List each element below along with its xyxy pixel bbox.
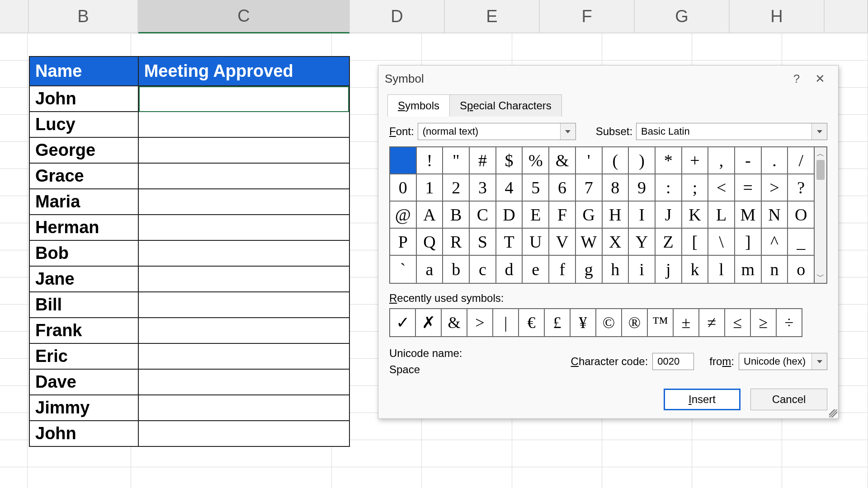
symbol-cell[interactable]: j	[656, 256, 682, 283]
col-header-e[interactable]: E	[445, 0, 540, 33]
symbol-cell[interactable]: "	[443, 147, 470, 174]
cell-name[interactable]: Maria	[30, 189, 139, 215]
cell-name[interactable]: Dave	[30, 370, 139, 395]
symbol-cell[interactable]: U	[523, 229, 549, 256]
symbol-cell[interactable]: G	[576, 202, 603, 229]
col-header-d[interactable]: D	[350, 0, 445, 33]
symbol-cell[interactable]: F	[549, 202, 576, 229]
symbol-cell[interactable]: #	[470, 147, 496, 174]
symbol-cell[interactable]: ;	[682, 174, 709, 202]
symbol-cell[interactable]: V	[549, 229, 576, 256]
font-select[interactable]: (normal text)	[418, 123, 576, 140]
cell-name[interactable]: Herman	[30, 215, 139, 241]
symbol-cell[interactable]: \	[708, 229, 735, 256]
symbol-cell[interactable]: D	[496, 202, 523, 229]
cell-approved[interactable]	[139, 421, 349, 447]
cell-name[interactable]: Eric	[30, 344, 139, 370]
table-row[interactable]: Maria	[30, 189, 349, 215]
cell-name[interactable]: George	[30, 138, 139, 164]
cell-approved[interactable]	[139, 189, 349, 215]
symbol-cell[interactable]: R	[443, 229, 470, 256]
symbol-cell[interactable]: 0	[390, 174, 417, 202]
table-row[interactable]: Jane	[30, 267, 349, 292]
symbol-cell[interactable]: 5	[523, 174, 549, 202]
symbol-cell[interactable]: 6	[549, 174, 576, 202]
symbol-cell[interactable]: Z	[656, 229, 682, 256]
symbol-cell[interactable]: 2	[443, 174, 470, 202]
close-button[interactable]: ✕	[808, 70, 832, 88]
cell-name[interactable]: John	[30, 421, 139, 447]
recent-symbol-cell[interactable]: &	[442, 309, 467, 336]
symbol-cell[interactable]: @	[390, 202, 417, 229]
symbol-cell[interactable]: k	[682, 256, 709, 283]
cell-approved[interactable]	[139, 395, 349, 421]
table-row[interactable]: Lucy	[30, 112, 349, 138]
symbol-cell[interactable]: ]	[735, 229, 762, 256]
recent-symbol-cell[interactable]: ≠	[699, 309, 725, 336]
symbol-cell[interactable]: T	[496, 229, 523, 256]
symbol-cell[interactable]: C	[470, 202, 496, 229]
symbol-cell[interactable]: I	[629, 202, 656, 229]
recent-symbol-cell[interactable]: |	[493, 309, 519, 336]
scroll-track[interactable]	[815, 180, 826, 270]
symbol-cell[interactable]: *	[656, 147, 682, 174]
symbol-cell[interactable]: 9	[629, 174, 656, 202]
symbol-cell[interactable]: 4	[496, 174, 523, 202]
recent-symbol-cell[interactable]: >	[467, 309, 493, 336]
recent-symbol-cell[interactable]: ✗	[416, 309, 442, 336]
scroll-up-icon[interactable]: ︿	[815, 147, 826, 160]
symbol-cell[interactable]: b	[443, 256, 470, 283]
table-row[interactable]: Grace	[30, 164, 349, 189]
col-header-c[interactable]: C	[138, 0, 350, 33]
symbol-cell[interactable]: (	[603, 147, 629, 174]
cell-approved[interactable]	[139, 164, 349, 189]
scroll-thumb[interactable]	[816, 160, 825, 180]
symbol-cell[interactable]: J	[656, 202, 682, 229]
chevron-down-icon[interactable]	[811, 123, 827, 140]
symbol-cell[interactable]: !	[417, 147, 443, 174]
recent-symbol-cell[interactable]: ✓	[390, 309, 416, 336]
symbol-cell[interactable]: %	[523, 147, 549, 174]
symbol-cell[interactable]: n	[762, 256, 788, 283]
symbol-cell[interactable]: )	[629, 147, 656, 174]
symbol-cell[interactable]: P	[390, 229, 417, 256]
cell-approved[interactable]	[139, 215, 349, 241]
symbol-cell[interactable]: B	[443, 202, 470, 229]
cell-name[interactable]: Frank	[30, 318, 139, 344]
cell-name[interactable]: Jimmy	[30, 395, 139, 421]
symbol-cell[interactable]: :	[656, 174, 682, 202]
symbol-cell[interactable]: e	[523, 256, 549, 283]
table-row[interactable]: Bill	[30, 292, 349, 318]
cell-approved[interactable]	[139, 86, 349, 112]
symbol-cell[interactable]: d	[496, 256, 523, 283]
symbol-cell[interactable]: &	[549, 147, 576, 174]
symbol-cell[interactable]: i	[629, 256, 656, 283]
table-row[interactable]: Dave	[30, 370, 349, 395]
symbol-cell[interactable]: Y	[629, 229, 656, 256]
symbol-cell[interactable]: <	[708, 174, 735, 202]
recent-symbol-cell[interactable]: €	[519, 309, 545, 336]
recent-symbol-cell[interactable]: ±	[674, 309, 699, 336]
symbol-cell[interactable]: ,	[708, 147, 735, 174]
col-header-h[interactable]: H	[730, 0, 825, 33]
cell-approved[interactable]	[139, 267, 349, 292]
symbol-cell[interactable]: g	[576, 256, 603, 283]
recent-symbol-cell[interactable]: ≤	[725, 309, 751, 336]
symbol-cell[interactable]: A	[417, 202, 443, 229]
cell-approved[interactable]	[139, 138, 349, 164]
cell-name[interactable]: Bill	[30, 292, 139, 318]
col-header-f[interactable]: F	[540, 0, 635, 33]
symbol-cell[interactable]: o	[788, 256, 815, 283]
cell-name[interactable]: Jane	[30, 267, 139, 292]
table-row[interactable]: Jimmy	[30, 395, 349, 421]
symbol-cell[interactable]: l	[708, 256, 735, 283]
table-row[interactable]: Frank	[30, 318, 349, 344]
symbol-cell[interactable]: -	[735, 147, 762, 174]
symbol-cell[interactable]: .	[762, 147, 788, 174]
cell-name[interactable]: John	[30, 86, 139, 112]
tab-special-characters[interactable]: Special Characters	[449, 94, 562, 117]
symbol-cell[interactable]: ^	[762, 229, 788, 256]
symbol-cell[interactable]: K	[682, 202, 709, 229]
recent-symbol-cell[interactable]: ®	[622, 309, 648, 336]
chevron-down-icon[interactable]	[560, 123, 576, 140]
